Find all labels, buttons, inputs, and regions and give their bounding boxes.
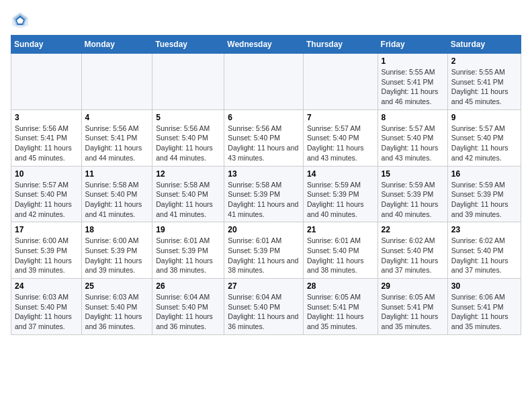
day-detail: Sunrise: 5:57 AM Sunset: 5:40 PM Dayligh… <box>15 180 78 220</box>
day-number: 24 <box>15 281 78 291</box>
day-number: 1 <box>382 56 444 66</box>
day-detail: Sunrise: 6:01 AM Sunset: 5:39 PM Dayligh… <box>156 236 220 275</box>
day-number: 5 <box>156 113 220 122</box>
calendar-cell: 17Sunrise: 6:00 AM Sunset: 5:39 PM Dayli… <box>11 222 82 279</box>
calendar-cell: 11Sunrise: 5:58 AM Sunset: 5:40 PM Dayli… <box>81 166 152 222</box>
col-header-saturday: Saturday <box>447 36 521 54</box>
calendar-cell: 2Sunrise: 5:55 AM Sunset: 5:41 PM Daylig… <box>447 54 521 110</box>
day-number: 29 <box>382 281 444 291</box>
day-detail: Sunrise: 5:58 AM Sunset: 5:40 PM Dayligh… <box>156 180 220 220</box>
day-number: 10 <box>15 169 78 179</box>
calendar-cell: 29Sunrise: 6:05 AM Sunset: 5:41 PM Dayli… <box>378 279 447 335</box>
day-number: 18 <box>85 225 149 234</box>
day-detail: Sunrise: 6:02 AM Sunset: 5:40 PM Dayligh… <box>382 236 444 275</box>
day-number: 16 <box>451 169 517 179</box>
day-detail: Sunrise: 6:00 AM Sunset: 5:39 PM Dayligh… <box>15 236 78 275</box>
calendar-cell: 18Sunrise: 6:00 AM Sunset: 5:39 PM Dayli… <box>81 222 152 279</box>
day-number: 20 <box>228 225 300 234</box>
calendar-cell <box>11 54 82 110</box>
calendar-cell: 16Sunrise: 5:59 AM Sunset: 5:39 PM Dayli… <box>447 166 521 222</box>
calendar-cell: 21Sunrise: 6:01 AM Sunset: 5:40 PM Dayli… <box>303 222 378 279</box>
calendar-cell: 23Sunrise: 6:02 AM Sunset: 5:40 PM Dayli… <box>447 222 521 279</box>
calendar-cell <box>81 54 152 110</box>
day-detail: Sunrise: 5:55 AM Sunset: 5:41 PM Dayligh… <box>382 67 444 107</box>
day-detail: Sunrise: 6:02 AM Sunset: 5:40 PM Dayligh… <box>451 236 517 275</box>
col-header-tuesday: Tuesday <box>152 36 224 54</box>
calendar-cell: 19Sunrise: 6:01 AM Sunset: 5:39 PM Dayli… <box>152 222 224 279</box>
calendar-week: 17Sunrise: 6:00 AM Sunset: 5:39 PM Dayli… <box>11 222 521 279</box>
day-detail: Sunrise: 5:55 AM Sunset: 5:41 PM Dayligh… <box>451 67 517 107</box>
day-detail: Sunrise: 6:03 AM Sunset: 5:40 PM Dayligh… <box>85 292 149 332</box>
calendar-cell: 27Sunrise: 6:04 AM Sunset: 5:40 PM Dayli… <box>224 279 304 335</box>
day-detail: Sunrise: 5:59 AM Sunset: 5:39 PM Dayligh… <box>451 180 517 220</box>
calendar-week: 10Sunrise: 5:57 AM Sunset: 5:40 PM Dayli… <box>11 166 521 222</box>
calendar-cell: 8Sunrise: 5:57 AM Sunset: 5:40 PM Daylig… <box>378 109 447 166</box>
day-number: 15 <box>382 169 444 179</box>
day-detail: Sunrise: 6:05 AM Sunset: 5:41 PM Dayligh… <box>382 292 444 332</box>
day-number: 13 <box>228 169 300 179</box>
day-number: 8 <box>382 113 444 122</box>
col-header-monday: Monday <box>81 36 152 54</box>
calendar-cell <box>152 54 224 110</box>
day-number: 11 <box>85 169 149 179</box>
calendar-week: 3Sunrise: 5:56 AM Sunset: 5:41 PM Daylig… <box>11 109 521 166</box>
day-number: 30 <box>451 281 517 291</box>
day-number: 28 <box>307 281 374 291</box>
calendar-cell: 9Sunrise: 5:57 AM Sunset: 5:40 PM Daylig… <box>447 109 521 166</box>
calendar-cell: 14Sunrise: 5:59 AM Sunset: 5:39 PM Dayli… <box>303 166 378 222</box>
col-header-wednesday: Wednesday <box>224 36 304 54</box>
day-number: 9 <box>451 113 517 122</box>
day-detail: Sunrise: 5:59 AM Sunset: 5:39 PM Dayligh… <box>382 180 444 220</box>
calendar-table: SundayMondayTuesdayWednesdayThursdayFrid… <box>11 35 521 335</box>
day-detail: Sunrise: 6:01 AM Sunset: 5:39 PM Dayligh… <box>228 236 300 275</box>
day-number: 6 <box>228 113 300 122</box>
day-number: 12 <box>156 169 220 179</box>
calendar-cell: 26Sunrise: 6:04 AM Sunset: 5:40 PM Dayli… <box>152 279 224 335</box>
day-number: 26 <box>156 281 220 291</box>
day-number: 22 <box>382 225 444 234</box>
day-detail: Sunrise: 6:01 AM Sunset: 5:40 PM Dayligh… <box>307 236 374 275</box>
calendar-cell: 20Sunrise: 6:01 AM Sunset: 5:39 PM Dayli… <box>224 222 304 279</box>
calendar-cell <box>224 54 304 110</box>
day-detail: Sunrise: 6:06 AM Sunset: 5:41 PM Dayligh… <box>451 292 517 332</box>
day-detail: Sunrise: 5:56 AM Sunset: 5:41 PM Dayligh… <box>85 124 149 163</box>
day-number: 14 <box>307 169 374 179</box>
day-detail: Sunrise: 6:00 AM Sunset: 5:39 PM Dayligh… <box>85 236 149 275</box>
day-detail: Sunrise: 5:57 AM Sunset: 5:40 PM Dayligh… <box>451 124 517 163</box>
day-detail: Sunrise: 5:56 AM Sunset: 5:41 PM Dayligh… <box>15 124 78 163</box>
day-number: 3 <box>15 113 78 122</box>
col-header-sunday: Sunday <box>11 36 82 54</box>
col-header-friday: Friday <box>378 36 447 54</box>
day-detail: Sunrise: 5:58 AM Sunset: 5:40 PM Dayligh… <box>85 180 149 220</box>
calendar-cell: 1Sunrise: 5:55 AM Sunset: 5:41 PM Daylig… <box>378 54 447 110</box>
calendar-cell: 6Sunrise: 5:56 AM Sunset: 5:40 PM Daylig… <box>224 109 304 166</box>
calendar-cell: 5Sunrise: 5:56 AM Sunset: 5:40 PM Daylig… <box>152 109 224 166</box>
day-detail: Sunrise: 5:57 AM Sunset: 5:40 PM Dayligh… <box>307 124 374 163</box>
calendar-cell: 25Sunrise: 6:03 AM Sunset: 5:40 PM Dayli… <box>81 279 152 335</box>
day-detail: Sunrise: 5:58 AM Sunset: 5:39 PM Dayligh… <box>228 180 300 220</box>
day-number: 2 <box>451 56 517 66</box>
day-number: 19 <box>156 225 220 234</box>
day-detail: Sunrise: 5:56 AM Sunset: 5:40 PM Dayligh… <box>228 124 300 163</box>
calendar-cell: 7Sunrise: 5:57 AM Sunset: 5:40 PM Daylig… <box>303 109 378 166</box>
calendar-cell: 4Sunrise: 5:56 AM Sunset: 5:41 PM Daylig… <box>81 109 152 166</box>
day-number: 7 <box>307 113 374 122</box>
calendar-cell: 15Sunrise: 5:59 AM Sunset: 5:39 PM Dayli… <box>378 166 447 222</box>
calendar-header: SundayMondayTuesdayWednesdayThursdayFrid… <box>11 36 521 54</box>
day-number: 23 <box>451 225 517 234</box>
logo <box>11 11 32 30</box>
day-detail: Sunrise: 6:03 AM Sunset: 5:40 PM Dayligh… <box>15 292 78 332</box>
day-number: 25 <box>85 281 149 291</box>
calendar-cell: 3Sunrise: 5:56 AM Sunset: 5:41 PM Daylig… <box>11 109 82 166</box>
page-header <box>11 11 521 30</box>
day-number: 17 <box>15 225 78 234</box>
day-detail: Sunrise: 5:59 AM Sunset: 5:39 PM Dayligh… <box>307 180 374 220</box>
calendar-cell <box>303 54 378 110</box>
calendar-cell: 22Sunrise: 6:02 AM Sunset: 5:40 PM Dayli… <box>378 222 447 279</box>
calendar-cell: 30Sunrise: 6:06 AM Sunset: 5:41 PM Dayli… <box>447 279 521 335</box>
day-number: 4 <box>85 113 149 122</box>
calendar-cell: 13Sunrise: 5:58 AM Sunset: 5:39 PM Dayli… <box>224 166 304 222</box>
logo-icon <box>11 11 30 30</box>
calendar-cell: 28Sunrise: 6:05 AM Sunset: 5:41 PM Dayli… <box>303 279 378 335</box>
day-detail: Sunrise: 6:05 AM Sunset: 5:41 PM Dayligh… <box>307 292 374 332</box>
